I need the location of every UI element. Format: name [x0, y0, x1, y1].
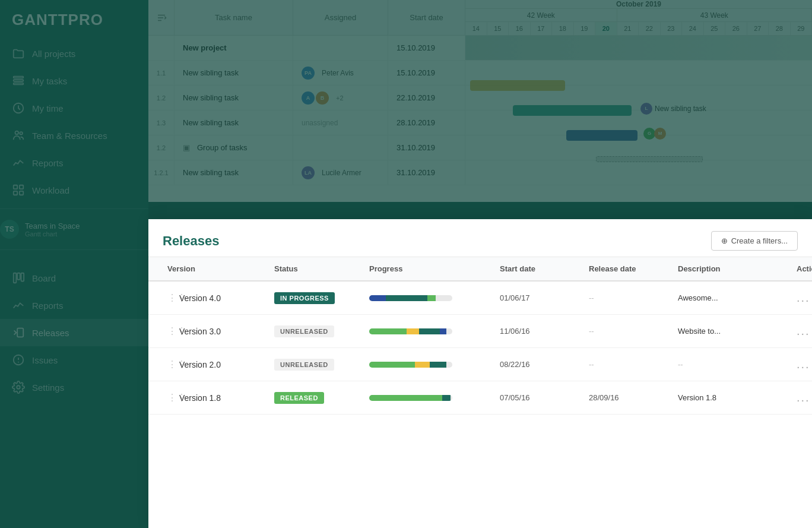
- progress-bar: [369, 295, 452, 301]
- version-cell: ⋮⋮ Version 3.0: [163, 320, 269, 343]
- start-date-cell: 01/06/17: [495, 287, 584, 308]
- start-date-cell: 07/05/16: [495, 387, 584, 408]
- version-cell: ⋮⋮ Version 1.8: [163, 386, 269, 409]
- col-start-date: Start date: [495, 257, 584, 280]
- version-cell: ⋮⋮ Version 4.0: [163, 286, 269, 309]
- progress-bar: [369, 328, 452, 334]
- status-cell: UNRELEASED: [269, 353, 364, 377]
- actions-cell[interactable]: ...: [792, 352, 812, 377]
- progress-bar: [369, 362, 452, 368]
- releases-panel: Releases ⊕ Create a filters... Version S…: [148, 219, 812, 528]
- status-cell: RELEASED: [269, 386, 364, 410]
- release-row-v3: ⋮⋮ Version 3.0 UNRELEASED 11/06/16 --: [148, 315, 812, 348]
- status-badge: UNRELEASED: [274, 359, 334, 371]
- release-date-cell: 28/09/16: [584, 387, 673, 408]
- actions-menu-trigger[interactable]: ...: [797, 291, 810, 305]
- col-version: Version: [163, 257, 269, 280]
- actions-menu-trigger[interactable]: ...: [797, 391, 810, 404]
- start-date-cell: 08/22/16: [495, 354, 584, 375]
- drag-handle[interactable]: ⋮⋮: [167, 325, 176, 337]
- description-cell: Awesome...: [673, 287, 792, 308]
- releases-table: Version Status Progress Start date Relea…: [148, 257, 812, 528]
- progress-bar: [369, 395, 452, 401]
- description-cell: --: [673, 354, 792, 375]
- col-status: Status: [269, 257, 364, 280]
- status-badge: IN PROGRESS: [274, 292, 335, 304]
- create-icon: ⊕: [721, 236, 728, 245]
- col-release-date: Release date: [584, 257, 673, 280]
- drag-handle[interactable]: ⋮⋮: [167, 359, 176, 370]
- progress-cell: [364, 289, 495, 307]
- releases-panel-title: Releases: [163, 233, 219, 249]
- description-cell: Website to...: [673, 321, 792, 342]
- status-cell: IN PROGRESS: [269, 286, 364, 310]
- col-description: Description: [673, 257, 792, 280]
- actions-cell[interactable]: ...: [792, 318, 812, 344]
- actions-menu-trigger[interactable]: ...: [797, 358, 810, 371]
- release-date-cell: --: [584, 321, 673, 342]
- actions-menu-trigger[interactable]: ...: [797, 324, 810, 338]
- release-row-v4: ⋮⋮ Version 4.0 IN PROGRESS 01/06/17 --: [148, 282, 812, 315]
- releases-table-header: Version Status Progress Start date Relea…: [148, 257, 812, 282]
- create-filters-button[interactable]: ⊕ Create a filters...: [711, 231, 798, 251]
- description-cell: Version 1.8: [673, 387, 792, 408]
- progress-cell: [364, 389, 495, 407]
- releases-header: Releases ⊕ Create a filters...: [148, 219, 812, 257]
- col-actions: Actions: [792, 257, 812, 280]
- release-date-cell: --: [584, 354, 673, 375]
- drag-handle[interactable]: ⋮⋮: [167, 392, 176, 403]
- status-badge: RELEASED: [274, 392, 324, 404]
- actions-cell[interactable]: ...: [792, 385, 812, 410]
- status-cell: UNRELEASED: [269, 320, 364, 343]
- progress-cell: [364, 356, 495, 374]
- version-cell: ⋮⋮ Version 2.0: [163, 353, 269, 376]
- release-date-cell: --: [584, 287, 673, 308]
- start-date-cell: 11/06/16: [495, 321, 584, 342]
- status-badge: UNRELEASED: [274, 325, 334, 337]
- release-row-v2: ⋮⋮ Version 2.0 UNRELEASED 08/22/16 -- -: [148, 348, 812, 381]
- progress-cell: [364, 323, 495, 340]
- actions-cell[interactable]: ...: [792, 285, 812, 311]
- drag-handle[interactable]: ⋮⋮: [167, 292, 176, 303]
- col-progress: Progress: [364, 257, 495, 280]
- release-row-v18: ⋮⋮ Version 1.8 RELEASED 07/05/16 28/09/1…: [148, 381, 812, 415]
